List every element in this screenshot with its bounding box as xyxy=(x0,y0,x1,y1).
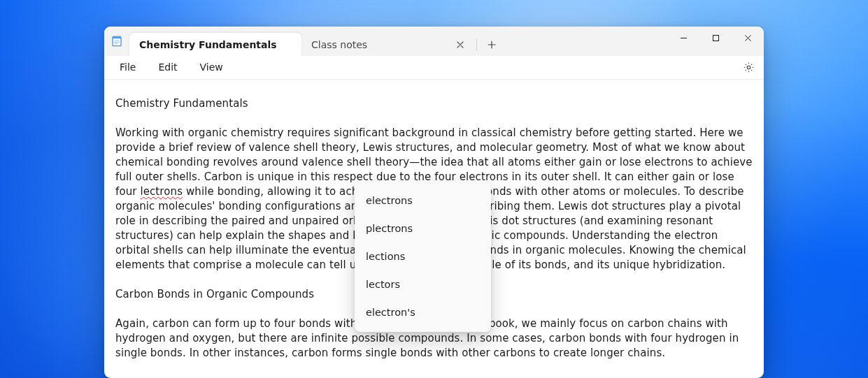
menubar: File Edit View xyxy=(104,56,764,80)
app-icon xyxy=(104,27,129,56)
new-tab-button[interactable] xyxy=(480,33,504,56)
window-controls xyxy=(667,27,764,56)
tab-active[interactable]: Chemistry Fundamentals xyxy=(129,33,301,56)
tab-inactive[interactable]: Class notes xyxy=(301,33,474,56)
spell-suggestion[interactable]: electrons xyxy=(355,187,491,215)
misspelled-word[interactable]: lectrons xyxy=(140,185,183,198)
tab-divider xyxy=(476,38,477,51)
titlebar[interactable]: Chemistry Fundamentals Class notes xyxy=(104,27,764,56)
svg-point-6 xyxy=(747,66,750,69)
menu-file[interactable]: File xyxy=(111,59,144,75)
menu-edit[interactable]: Edit xyxy=(150,59,185,75)
spell-suggestion[interactable]: plectrons xyxy=(355,215,491,242)
spell-suggestion[interactable]: lections xyxy=(355,242,491,270)
spellcheck-menu: electrons plectrons lections lectors ele… xyxy=(355,181,491,332)
spell-suggestion[interactable]: lectors xyxy=(355,270,491,298)
svg-rect-1 xyxy=(113,36,121,38)
close-button[interactable] xyxy=(732,27,764,49)
spell-suggestion[interactable]: electron's xyxy=(355,298,491,326)
maximize-button[interactable] xyxy=(699,27,732,49)
svg-rect-5 xyxy=(713,35,718,41)
editor-area[interactable]: Chemistry Fundamentals Working with orga… xyxy=(104,80,764,378)
close-icon[interactable] xyxy=(453,37,468,52)
doc-title: Chemistry Fundamentals xyxy=(115,96,753,111)
menu-view[interactable]: View xyxy=(192,59,232,75)
tab-label: Class notes xyxy=(311,39,367,50)
gear-icon[interactable] xyxy=(739,57,758,77)
notepad-window: Chemistry Fundamentals Class notes xyxy=(104,27,764,378)
minimize-button[interactable] xyxy=(667,27,699,49)
tab-label: Chemistry Fundamentals xyxy=(139,39,277,50)
